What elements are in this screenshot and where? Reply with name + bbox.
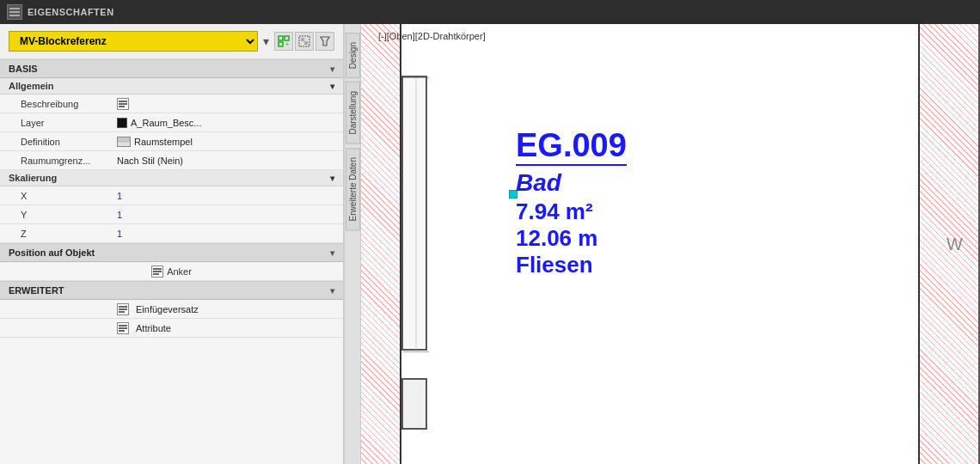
viewport: [-][Oben][2D-Drahtkörper]: [361, 24, 980, 464]
svg-rect-14: [118, 137, 130, 142]
layer-color-icon: [117, 118, 127, 128]
scale-z-value[interactable]: 1: [112, 226, 343, 241]
dropdown-row: MV-Blockreferenz ▾ +: [0, 24, 343, 59]
tab-darstellung[interactable]: Darstellung: [346, 82, 360, 144]
erweitert-collapse-icon: ▾: [330, 286, 334, 296]
position-collapse-icon: ▾: [330, 248, 334, 258]
scale-y-row: Y 1: [0, 205, 343, 224]
definition-row: Definition Raumstempel: [0, 132, 343, 151]
block-type-dropdown[interactable]: MV-Blockreferenz: [9, 31, 258, 52]
svg-rect-1: [9, 11, 20, 13]
door-element: [401, 76, 427, 351]
svg-rect-23: [119, 325, 127, 327]
svg-rect-17: [153, 268, 162, 270]
room-number: EG.009: [516, 127, 627, 164]
scale-y-label: Y: [0, 207, 112, 223]
layer-value[interactable]: A_Raum_Besc...: [112, 115, 343, 131]
attribute-label: [0, 326, 112, 331]
einfuegeversatz-value: Einfügeversatz: [112, 301, 343, 318]
skalierung-subsection-header[interactable]: Skalierung ▾: [0, 170, 343, 186]
scale-x-row: X 1: [0, 186, 343, 205]
scale-x-value[interactable]: 1: [112, 188, 343, 204]
select-all-button[interactable]: [295, 32, 314, 51]
svg-rect-15: [118, 142, 130, 146]
scale-x-label: X: [0, 188, 112, 204]
allgemein-collapse-icon: ▾: [330, 82, 334, 91]
tab-erweiterte-daten[interactable]: Erweiterte Daten: [346, 148, 360, 230]
svg-rect-3: [279, 36, 283, 40]
room-info: EG.009 Bad 7.94 m² 12.06 m Fliesen: [516, 127, 627, 278]
anker-row[interactable]: Anker: [0, 262, 343, 281]
svg-rect-19: [153, 273, 159, 275]
basis-collapse-icon: ▾: [330, 64, 334, 74]
raumumgrenzung-label: Raumumgrenz...: [0, 153, 112, 168]
filter-button[interactable]: [315, 32, 334, 51]
raumumgrenzung-row: Raumumgrenz... Nach Stil (Nein): [0, 151, 343, 170]
attribute-row[interactable]: Attribute: [0, 319, 343, 338]
svg-rect-18: [153, 271, 162, 272]
einfuegeversatz-row[interactable]: Einfügeversatz: [0, 300, 343, 319]
definition-label: Definition: [0, 134, 112, 150]
beschreibung-value[interactable]: [112, 95, 343, 113]
scale-z-row: Z 1: [0, 224, 343, 243]
left-panel: MV-Blockreferenz ▾ +: [0, 24, 344, 464]
svg-rect-13: [119, 106, 125, 107]
svg-rect-4: [285, 36, 289, 40]
drawing-area: EG.009 Bad 7.94 m² 12.06 m Fliesen W: [361, 24, 980, 464]
definition-icon: [117, 137, 131, 147]
svg-rect-8: [301, 38, 304, 41]
properties-panel: BASIS ▾ Allgemein ▾ Beschreibung: [0, 59, 343, 464]
top-bar: EIGENSCHAFTEN: [0, 0, 980, 24]
svg-rect-2: [9, 15, 20, 16]
raumumgrenzung-value[interactable]: Nach Stil (Nein): [112, 153, 343, 168]
svg-text:+: +: [285, 41, 289, 47]
position-section-header[interactable]: Position auf Objekt ▾: [0, 243, 343, 262]
svg-rect-20: [119, 306, 127, 308]
side-tabs: Design Darstellung Erweiterte Daten: [344, 24, 361, 464]
room-area: 7.94 m²: [516, 198, 627, 225]
einfuegeversatz-label: [0, 307, 112, 312]
svg-marker-10: [321, 37, 329, 46]
svg-rect-25: [119, 330, 125, 332]
beschreibung-label: Beschreibung: [0, 96, 112, 112]
svg-rect-9: [304, 41, 308, 45]
room-perimeter: 12.06 m: [516, 225, 627, 252]
tab-design[interactable]: Design: [346, 33, 360, 78]
bottom-door-element: [401, 378, 427, 430]
main-layout: MV-Blockreferenz ▾ +: [0, 24, 980, 464]
svg-rect-11: [119, 101, 127, 102]
anker-value: Anker: [167, 266, 192, 277]
layer-label: Layer: [0, 115, 112, 131]
panel-title: EIGENSCHAFTEN: [28, 7, 114, 17]
anker-icon: [151, 266, 163, 278]
toolbar-icons: +: [274, 32, 334, 51]
svg-rect-0: [9, 8, 20, 9]
svg-rect-5: [279, 42, 283, 46]
layer-row: Layer A_Raum_Besc...: [0, 113, 343, 132]
scale-z-label: Z: [0, 226, 112, 241]
scale-y-value[interactable]: 1: [112, 207, 343, 223]
room-material: Fliesen: [516, 252, 627, 278]
definition-value[interactable]: Raumstempel: [112, 134, 343, 150]
basis-section-header[interactable]: BASIS ▾: [0, 59, 343, 78]
allgemein-subsection-header[interactable]: Allgemein ▾: [0, 78, 343, 95]
svg-rect-12: [119, 103, 127, 105]
room-name: Bad: [516, 169, 627, 197]
add-object-button[interactable]: +: [274, 32, 293, 51]
left-wall-hatch: [361, 24, 400, 464]
w-label: W: [946, 235, 963, 254]
beschreibung-icon: [117, 98, 129, 110]
svg-rect-21: [119, 308, 127, 310]
room-divider: [516, 164, 627, 166]
skalierung-collapse-icon: ▾: [330, 174, 334, 183]
attribute-value: Attribute: [112, 320, 343, 337]
svg-rect-22: [119, 311, 125, 313]
svg-rect-24: [119, 327, 127, 329]
beschreibung-row: Beschreibung: [0, 95, 343, 113]
right-wall-border: [918, 24, 920, 464]
einfuegeversatz-icon: [117, 303, 129, 315]
erweitert-section-header[interactable]: ERWEITERT ▾: [0, 281, 343, 300]
dropdown-arrow-icon[interactable]: ▾: [263, 34, 269, 48]
properties-icon: [7, 4, 22, 20]
attribute-icon: [117, 322, 129, 334]
